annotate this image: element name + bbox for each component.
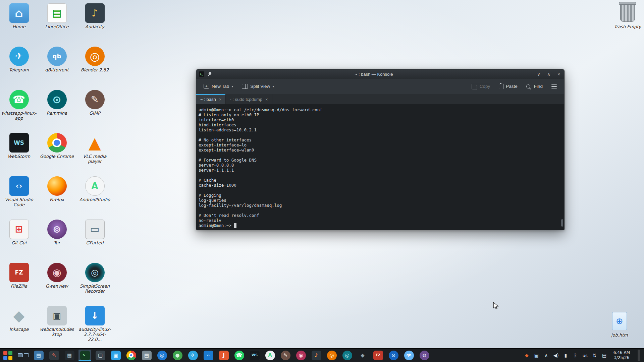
inkscape-icon: ◆ [358,351,368,360]
taskbar-simplescreen-button[interactable]: ◎ [341,350,354,361]
taskbar-qbittorrent-button[interactable]: qb [402,350,415,361]
desktop-icon-telegram[interactable]: ✈Telegram [0,47,38,90]
desktop-icon-libreoffice[interactable]: ▤LibreOffice [38,3,76,47]
taskbar-kate-button[interactable]: ✎ [48,350,60,361]
taskbar-dolphin-button[interactable]: ▤ [32,350,45,361]
taskbar-gwenview-button[interactable]: ◉ [294,350,307,361]
desktop-icon-gimp[interactable]: ✎GIMP [76,90,114,133]
desktop-icon-home[interactable]: ⌂Home [0,3,38,47]
taskbar-inkscape-button[interactable]: ◆ [356,350,369,361]
taskbar-web-browser-button[interactable]: ◎ [156,350,168,361]
tab-close-icon[interactable]: × [219,97,222,102]
minimize-button[interactable]: ∨ [536,72,541,77]
taskbar-webstorm-button[interactable]: WS [248,350,261,361]
scrollbar-thumb[interactable] [561,219,563,227]
taskbar-file-manager-button[interactable]: ▣ [109,350,122,361]
taskbar-vscode-button[interactable]: ‹› [202,350,215,361]
clock-date: 3/25/26 [614,355,629,360]
desktop-icon-audacity[interactable]: ♪Audacity [76,3,114,47]
taskbar-app-launcher[interactable] [1,350,14,361]
notifications-icon[interactable]: ▤ [602,353,607,358]
taskbar-jetbrains-button[interactable]: J [217,350,230,361]
simplescreen-icon: ◎ [85,263,105,282]
desktop-icon-webstorm[interactable]: WSWebStorm [0,133,38,176]
desktop-icon-trash[interactable]: Trash Empty [609,3,644,29]
taskbar-pager-button[interactable] [17,350,30,361]
taskbar-whatsapp-button[interactable]: ☎ [233,350,246,361]
desktop-icon-tor[interactable]: ⊚Tor [38,220,76,263]
split-view-button[interactable]: Split View ▾ [238,81,277,91]
clock-time: 6:46 AM [613,350,630,355]
taskbar-documents-button[interactable]: ▤ [140,350,153,361]
menu-button[interactable] [548,82,560,91]
desktop-icon-blender[interactable]: ◎Blender 2.82 [76,47,114,90]
desktop-icon-remmina[interactable]: ⊙Remmina [38,90,76,133]
desktop-icon-inkscape[interactable]: ◆Inkscape [0,306,38,349]
titlebar[interactable]: >_ ~ : bash — Konsole ∨ ∧ × [196,69,564,79]
taskbar-system-monitor-button[interactable]: ▦ [63,350,76,361]
network-icon[interactable]: ⇅ [592,353,597,358]
desktop-icon-gitgui[interactable]: ⊞Git Gui [0,220,38,263]
expand-tray-icon[interactable]: ∧ [543,353,549,358]
terminal-output[interactable]: admin@Omen:~> cat /etc/dnsmasq.d/dns-for… [196,105,564,230]
copy-label: Copy [480,84,490,89]
copy-button[interactable]: Copy [468,81,494,92]
desktop-icon-webcamoid[interactable]: ▣webcamoid.desktop [38,306,76,349]
androidstudio-icon: A [265,351,275,360]
desktop-icon-whatsapp[interactable]: ☎whatsapp-linux-app [0,90,38,133]
show-desktop-button[interactable] [638,350,640,361]
vscode-icon: ‹› [9,176,29,196]
desktop-icon-audacity-installer[interactable]: ↓audacity-linux-3.7.7-x64-22.0... [76,306,114,349]
audacity-icon: ♪ [85,3,105,23]
desktop-icon-vlc[interactable]: ▲VLC media player [76,133,114,176]
desktop-icon-simplescreen[interactable]: ◎SimpleScreen Recorder [76,263,114,306]
keyboard-layout-icon[interactable]: us [583,353,588,358]
taskbar-tor-button[interactable]: ⊚ [418,350,431,361]
desktop-icon-job-htm[interactable]: ⊕ job.htm [601,311,638,338]
taskbar-androidstudio-button[interactable]: A [264,350,276,361]
taskbar-audacity-button[interactable]: ♪ [310,350,323,361]
desktop-icon-chrome[interactable]: Google Chrome [38,133,76,176]
desktop-icon-filezilla[interactable]: FZFileZilla [0,263,38,306]
close-button[interactable]: × [556,72,561,77]
desktop-icon-firefox[interactable]: Firefox [38,176,76,220]
find-button[interactable]: Find [523,81,546,91]
clock[interactable]: 6:46 AM 3/25/26 [611,350,632,360]
desktop-icon-androidstudio[interactable]: AAndroidStudio [76,176,114,220]
maximize-button[interactable]: ∧ [546,72,551,77]
new-tab-button[interactable]: + New Tab ▾ [200,81,236,91]
desktop-icon-label: audacity-linux-3.7.7-x64-22.0... [77,327,113,342]
taskbar-kwrite-button[interactable]: ▢ [94,350,107,361]
taskbar-filezilla-button[interactable]: FZ [372,350,384,361]
clipboard-manager-icon[interactable]: ▣ [534,353,539,358]
tray-icons: ◆▣∧◀)▮ᛒus⇅▤ [524,353,607,358]
pin-icon[interactable] [206,71,213,77]
taskbar-remmina-button[interactable]: ⊙ [387,350,400,361]
tab-bash[interactable]: ~ : bash× [196,94,226,104]
desktop-icon-gwenview[interactable]: ◉Gwenview [38,263,76,306]
desktop-icon-gparted[interactable]: ▭GParted [76,220,114,263]
battery-icon[interactable]: ▮ [563,353,569,358]
tab-tcpdump[interactable]: - : sudo tcpdump× [226,94,272,104]
taskbar-telegram-button[interactable]: ✈ [186,350,199,361]
bluetooth-icon[interactable]: ᛒ [573,353,578,358]
paste-button[interactable]: Paste [495,81,521,92]
taskbar-blender-button[interactable]: ◎ [325,350,338,361]
terminal-cursor [234,223,236,228]
gitgui-icon: ⊞ [9,220,29,239]
desktop-icon-label: Telegram [9,68,29,73]
taskbar-konsole-button[interactable]: >_ [78,350,91,361]
update-notifier-icon[interactable]: ◆ [524,353,529,358]
taskbar-chrome-button[interactable] [125,350,138,361]
tab-close-icon[interactable]: × [265,97,268,102]
taskbar-gimp-button[interactable]: ✎ [279,350,292,361]
desktop-icon-qbittorrent[interactable]: qbqBittorrent [38,47,76,90]
volume-icon[interactable]: ◀) [553,353,558,358]
terminal-prompt-line: admin@Omen:~> [199,223,559,228]
desktop-background[interactable]: ⌂Home▤LibreOffice♪Audacity✈TelegramqbqBi… [0,0,644,362]
terminal-scrollbar[interactable] [561,105,564,229]
taskbar-green-app-button[interactable]: ● [171,350,184,361]
chevron-down-icon: ▾ [272,84,274,88]
desktop-icon-vscode[interactable]: ‹›Visual Studio Code [0,176,38,220]
taskbar: ▤✎▦>_▢▣▤◎●✈‹›J☎WSA✎◉♪◎◎◆FZ⊙qb⊚ ◆▣∧◀)▮ᛒus… [0,348,644,362]
